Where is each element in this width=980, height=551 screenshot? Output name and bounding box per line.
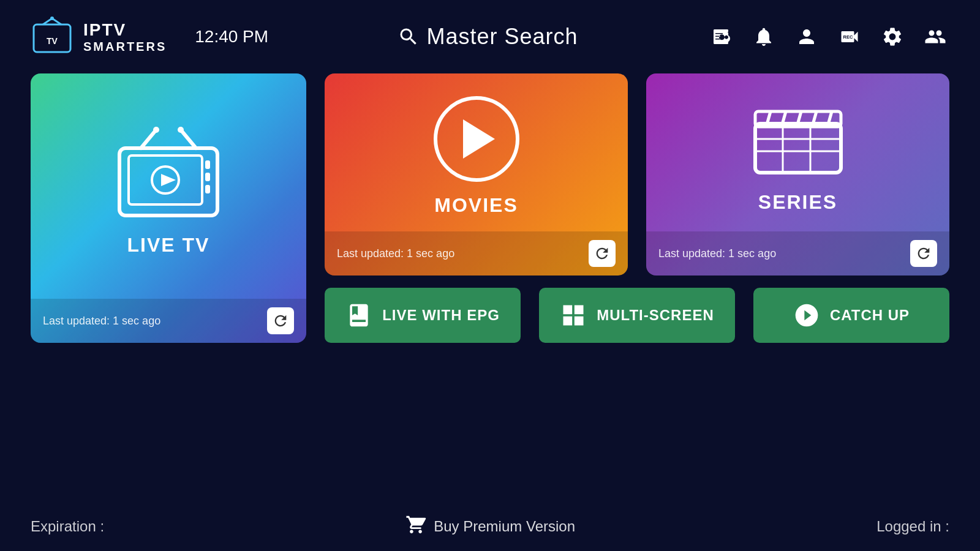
search-icon (398, 26, 420, 48)
bottom-buttons: LIVE WITH EPG MULTI-SCREEN CATCH UP (325, 288, 949, 343)
series-footer: Last updated: 1 sec ago (646, 231, 949, 276)
svg-rect-17 (755, 124, 841, 173)
svg-text:TV: TV (47, 36, 58, 46)
epg-icon (345, 302, 372, 329)
buy-premium-button[interactable]: Buy Premium Version (405, 514, 575, 539)
header: TV IPTV SMARTERS 12:40 PM Master Search (0, 0, 980, 73)
svg-rect-14 (205, 160, 210, 169)
series-title: SERIES (758, 191, 837, 214)
bell-icon (753, 26, 775, 48)
live-tv-refresh-button[interactable] (267, 307, 294, 334)
logo-icon: TV (31, 15, 74, 58)
series-last-updated: Last updated: 1 sec ago (658, 247, 776, 260)
header-icons: REC (707, 23, 949, 51)
profile-switch-icon (924, 26, 946, 48)
svg-marker-13 (161, 174, 176, 186)
catch-up-label: CATCH UP (830, 307, 910, 324)
live-with-epg-button[interactable]: LIVE WITH EPG (325, 288, 521, 343)
expiration-label: Expiration : (31, 518, 104, 535)
svg-text:REC: REC (843, 34, 853, 40)
radio-icon-button[interactable] (707, 23, 735, 51)
movies-play-circle (434, 96, 519, 182)
movies-footer: Last updated: 1 sec ago (325, 231, 628, 276)
multi-screen-button[interactable]: MULTI-SCREEN (539, 288, 735, 343)
profile-switch-icon-button[interactable] (921, 23, 949, 51)
top-right-cards: MOVIES Last updated: 1 sec ago (325, 73, 949, 276)
person-icon (796, 26, 818, 48)
right-cards: MOVIES Last updated: 1 sec ago (325, 73, 949, 343)
svg-rect-15 (205, 173, 210, 181)
live-with-epg-label: LIVE WITH EPG (382, 307, 500, 324)
main-content: LIVE TV Last updated: 1 sec ago MOVIES (0, 73, 980, 343)
svg-line-6 (141, 130, 156, 148)
live-tv-title: LIVE TV (127, 234, 210, 257)
catch-up-icon (793, 302, 820, 329)
movies-title: MOVIES (434, 194, 518, 217)
svg-point-8 (153, 127, 159, 133)
refresh-icon (272, 312, 289, 329)
logo-smarters-text: SMARTERS (83, 40, 167, 54)
live-tv-last-updated: Last updated: 1 sec ago (43, 315, 160, 328)
footer: Expiration : Buy Premium Version Logged … (0, 502, 980, 551)
multi-screen-label: MULTI-SCREEN (597, 307, 714, 324)
movies-card[interactable]: MOVIES Last updated: 1 sec ago (325, 73, 628, 276)
gear-icon (881, 26, 903, 48)
live-tv-footer: Last updated: 1 sec ago (31, 299, 306, 343)
series-card[interactable]: SERIES Last updated: 1 sec ago (646, 73, 949, 276)
radio-icon (710, 26, 732, 48)
live-tv-card[interactable]: LIVE TV Last updated: 1 sec ago (31, 73, 306, 343)
movies-last-updated: Last updated: 1 sec ago (337, 247, 454, 260)
top-cards: LIVE TV Last updated: 1 sec ago MOVIES (31, 73, 949, 343)
clock-display: 12:40 PM (195, 27, 268, 47)
search-label: Master Search (427, 24, 578, 50)
logo-area: TV IPTV SMARTERS 12:40 PM (31, 15, 268, 58)
catch-up-button[interactable]: CATCH UP (753, 288, 949, 343)
person-icon-button[interactable] (793, 23, 821, 51)
svg-point-9 (178, 127, 184, 133)
series-refresh-button[interactable] (910, 240, 937, 267)
svg-line-7 (181, 130, 196, 148)
buy-premium-label: Buy Premium Version (434, 518, 575, 535)
refresh-icon (915, 245, 932, 262)
gear-icon-button[interactable] (878, 23, 907, 51)
master-search-button[interactable]: Master Search (398, 24, 578, 50)
clapboard-icon (749, 99, 847, 179)
search-area[interactable]: Master Search (398, 24, 578, 50)
multi-screen-icon (560, 302, 587, 329)
svg-rect-16 (205, 185, 210, 193)
cart-icon (405, 514, 426, 539)
logo-text: IPTV SMARTERS (83, 20, 167, 54)
bell-icon-button[interactable] (750, 23, 778, 51)
record-icon-button[interactable]: REC (835, 23, 864, 51)
movies-play-triangle (463, 119, 495, 159)
movies-refresh-button[interactable] (589, 240, 616, 267)
camera-icon: REC (839, 26, 861, 48)
tv-icon (107, 124, 230, 222)
logged-in-label: Logged in : (876, 518, 949, 535)
svg-point-3 (50, 17, 54, 20)
refresh-icon (594, 245, 611, 262)
logo-iptv-text: IPTV (83, 20, 167, 40)
